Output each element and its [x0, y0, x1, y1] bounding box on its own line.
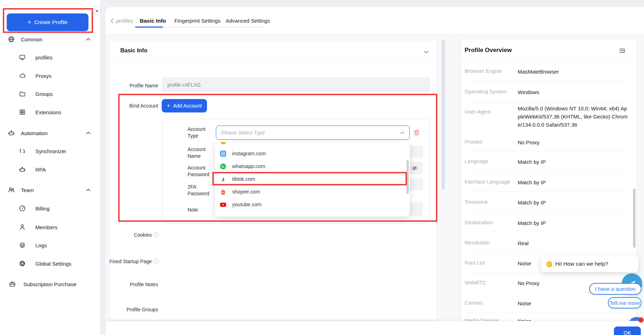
- overview-row-label: Language: [465, 158, 488, 164]
- sidebar-collapse-button[interactable]: ◀: [93, 7, 100, 15]
- cloud-icon: [19, 72, 26, 79]
- account-note-label: Note: [188, 207, 209, 213]
- tab-advanced-settings[interactable]: Advanced Settings: [226, 18, 270, 24]
- content-scrollbar[interactable]: [442, 40, 445, 189]
- ok-button[interactable]: OK: [614, 327, 641, 335]
- tab-label: Basic Info: [140, 18, 166, 24]
- overview-row-value: Match by IP: [518, 219, 628, 227]
- chevron-up-icon: [86, 38, 91, 41]
- sidebar-section-label: Automation: [21, 130, 48, 136]
- delete-account-button[interactable]: [413, 129, 420, 138]
- sidebar-item-label: Billing: [35, 206, 50, 212]
- sidebar-item-label: Proxys: [35, 73, 52, 79]
- profile-name-label: Profile Name: [117, 82, 158, 89]
- profile-groups-label: Profile Groups: [117, 306, 158, 313]
- card-header-divider: [109, 57, 437, 58]
- tab-label: Fingerprint Settings: [174, 18, 220, 24]
- dropdown-scrollbar[interactable]: [407, 160, 409, 194]
- robot-icon: [19, 166, 26, 173]
- sidebar-item-label: Groups: [35, 91, 53, 97]
- sidebar-item-billing[interactable]: Billing: [0, 199, 100, 218]
- sidebar-section-label: Team: [21, 187, 34, 193]
- card-collapse-chevron-icon[interactable]: [424, 48, 429, 55]
- account-type-label: Account Type: [188, 126, 213, 139]
- overview-row-label: WebRTC: [465, 279, 486, 285]
- account-type-dropdown: instagram.com whatsapp.com ♪ tiktok.com …: [215, 142, 410, 216]
- dropdown-option-youtube[interactable]: youtube.com: [215, 198, 410, 211]
- folder-icon: [19, 90, 26, 97]
- sidebar-section-common[interactable]: Common: [0, 34, 100, 45]
- chat-quick-reply-tell-me-more[interactable]: Tell me more: [608, 297, 642, 308]
- sidebar-item-global-settings[interactable]: Global Settings: [0, 254, 100, 273]
- row-divider: [465, 272, 628, 273]
- help-icon[interactable]: ?: [153, 259, 159, 264]
- profile-name-input[interactable]: profile-c4FLXG: [162, 77, 430, 93]
- gear-icon: [19, 260, 26, 267]
- dropdown-option-label: youtube.com: [232, 202, 261, 207]
- overview-row-label: Timezone: [465, 199, 488, 205]
- sidebar-item-extensions[interactable]: Extensions: [0, 103, 100, 121]
- chevron-up-icon: [86, 132, 91, 134]
- dropdown-partial-item[interactable]: [215, 142, 410, 147]
- overview-row-label: Resolution: [465, 239, 490, 246]
- overview-options-icon[interactable]: [619, 48, 625, 55]
- sidebar-item-proxys[interactable]: Proxys: [0, 67, 100, 85]
- tab-basic-info[interactable]: Basic Info: [140, 18, 166, 24]
- sidebar-item-profiles[interactable]: profiles: [0, 48, 100, 67]
- sidebar: + Create Profile Common profiles Proxys: [0, 0, 100, 335]
- sidebar-item-subscription-purchase[interactable]: Subscription Purchase: [0, 275, 100, 293]
- sidebar-item-members[interactable]: Members: [0, 218, 100, 236]
- help-icon[interactable]: ?: [153, 232, 159, 238]
- sidebar-item-synchronizer[interactable]: Synchronizer: [0, 142, 100, 160]
- bind-account-label: Bind Account: [117, 103, 158, 109]
- overview-header-divider: [461, 57, 637, 58]
- row-divider: [465, 103, 628, 104]
- overview-row-label: Browser Engine: [465, 68, 502, 74]
- account-password-label: Account Password: [188, 164, 216, 178]
- account-type-placeholder: Please Select Type: [221, 130, 400, 135]
- sidebar-item-rpa[interactable]: RPA: [0, 160, 100, 179]
- row-divider: [465, 80, 628, 81]
- dropdown-option-whatsapp[interactable]: whatsapp.com: [215, 160, 410, 173]
- row-divider: [465, 312, 628, 313]
- row-divider: [465, 151, 628, 151]
- dropdown-option-label: shopee.com: [232, 189, 260, 195]
- sidebar-item-label: Logs: [35, 242, 47, 248]
- chevron-up-icon: [86, 189, 91, 191]
- plus-icon: +: [28, 19, 31, 25]
- overview-scrollbar[interactable]: [633, 189, 636, 248]
- account-type-select[interactable]: Please Select Type: [216, 126, 410, 140]
- toggle-password-visibility-button[interactable]: [412, 165, 418, 173]
- overview-row-label: Interface Language: [465, 179, 510, 185]
- eye-off-icon: [412, 165, 418, 171]
- sidebar-section-team[interactable]: Team: [0, 185, 100, 195]
- sidebar-section-automation[interactable]: Automation: [0, 128, 100, 138]
- svg-text:S: S: [222, 191, 224, 194]
- back-to-profiles-link[interactable]: profiles: [110, 18, 133, 24]
- dropdown-option-label: whatsapp.com: [232, 163, 265, 169]
- team-icon: [8, 186, 15, 194]
- plus-icon: +: [167, 103, 170, 109]
- add-account-button[interactable]: + Add Account: [162, 99, 207, 112]
- fixed-startup-page-label: Fixed Startup Page ?: [106, 258, 159, 265]
- quick-reply-label: Tell me more: [610, 300, 640, 306]
- dropdown-option-shopee[interactable]: S shopee.com: [215, 185, 410, 198]
- account-name-label: Account Name: [188, 146, 213, 160]
- overview-row-value: Match by IP: [518, 158, 628, 166]
- chevron-left-icon: [110, 18, 114, 23]
- tab-fingerprint-settings[interactable]: Fingerprint Settings: [174, 18, 220, 24]
- create-profile-button[interactable]: + Create Profile: [7, 13, 88, 31]
- partial-brand-icon: [220, 142, 226, 144]
- sidebar-item-groups[interactable]: Groups: [0, 85, 100, 103]
- chat-quick-reply-question[interactable]: I have a question: [589, 283, 642, 295]
- instagram-icon: [220, 151, 226, 157]
- dropdown-option-tiktok[interactable]: ♪ tiktok.com: [215, 173, 410, 185]
- overview-row-label: Geolocation: [465, 219, 493, 225]
- sidebar-item-label: Synchronizer: [35, 148, 67, 154]
- sidebar-item-logs[interactable]: Logs: [0, 236, 100, 254]
- overview-row-label: Proxies: [465, 139, 482, 145]
- briefcase-icon: [9, 281, 16, 288]
- cookies-label: Cookies ?: [117, 232, 159, 238]
- profile-overview-title: Profile Overview: [465, 47, 512, 54]
- dropdown-option-instagram[interactable]: instagram.com: [215, 147, 410, 160]
